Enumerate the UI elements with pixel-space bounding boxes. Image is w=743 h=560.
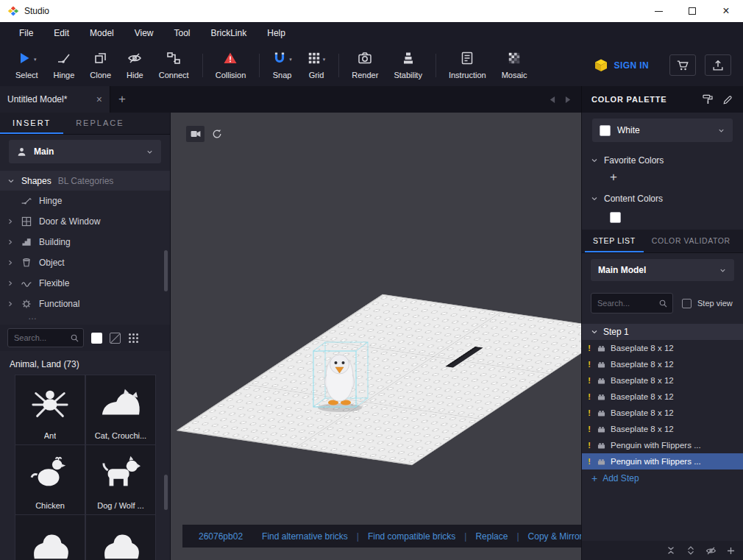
action-link-copy-mirror[interactable]: Copy & Mirror	[516, 531, 581, 542]
main-toolbar: ▾ Select ▾ Hinge ▾ Clone ▾ Hide ▾ Connec…	[0, 44, 743, 86]
right-tab-color-validator[interactable]: COLOR VALIDATOR	[644, 230, 739, 252]
part-item-chicken[interactable]: Chicken	[15, 444, 85, 515]
action-link-find-alternative-bricks[interactable]: Find alternative bricks	[262, 531, 348, 542]
parts-scrollbar[interactable]	[164, 475, 168, 510]
step-view-checkbox[interactable]	[682, 299, 692, 308]
viewport-3d[interactable]: 26076pb02 Find alternative bricks Find c…	[171, 113, 581, 560]
eyedropper-icon[interactable]	[722, 94, 733, 105]
camera-view-button[interactable]	[186, 126, 205, 142]
cart-icon	[676, 59, 689, 72]
step-item-baseplate-8-x-12[interactable]: ! Baseplate 8 x 12	[582, 421, 743, 437]
collapse-all-icon[interactable]	[666, 545, 676, 556]
category-row-functional[interactable]: Functional	[0, 294, 170, 314]
grid-icon	[307, 52, 321, 67]
eye-slash-icon[interactable]	[705, 545, 717, 556]
step-item-penguin-with-flippers[interactable]: ! Penguin with Flippers ...	[582, 437, 743, 453]
chevron-down-icon: ▾	[34, 57, 37, 63]
add-favorite-color-button[interactable]: +	[582, 170, 743, 186]
part-item-cat-crouchi[interactable]: Cat, Crouchi...	[85, 375, 156, 445]
menu-item-view[interactable]: View	[124, 22, 164, 44]
step-model-dropdown[interactable]: Main Model	[591, 259, 734, 281]
cart-button[interactable]	[669, 54, 696, 76]
selected-part-id[interactable]: 26076pb02	[199, 531, 243, 542]
step-item-baseplate-8-x-12[interactable]: ! Baseplate 8 x 12	[582, 340, 743, 356]
content-colors-section[interactable]: Content Colors	[582, 189, 743, 208]
tool-button-select[interactable]: ▾ Select	[9, 52, 45, 79]
tool-button-hinge[interactable]: ▾ Hinge	[47, 52, 82, 79]
menu-item-tool[interactable]: Tool	[164, 22, 201, 44]
tool-button-collision[interactable]: ▾ Collision	[209, 52, 253, 79]
right-tab-step-list[interactable]: STEP LIST	[585, 230, 644, 252]
favorite-colors-label: Favorite Colors	[604, 155, 664, 166]
step-item-baseplate-8-x-12[interactable]: ! Baseplate 8 x 12	[582, 356, 743, 372]
model-selector-dropdown[interactable]: Main	[9, 140, 161, 163]
tool-button-snap[interactable]: ▾ Snap	[266, 52, 299, 79]
menu-item-edit[interactable]: Edit	[43, 22, 79, 44]
maximize-button[interactable]	[675, 0, 709, 22]
tool-button-hide[interactable]: ▾ Hide	[120, 52, 150, 79]
history-forward-button[interactable]	[565, 96, 572, 104]
chevron-down-icon	[591, 157, 598, 164]
action-link-replace[interactable]: Replace	[464, 531, 508, 542]
warning-icon: !	[586, 392, 592, 401]
menu-item-help[interactable]: Help	[257, 22, 296, 44]
category-tab-shapes[interactable]: Shapes	[21, 176, 51, 186]
document-tab-untitled-model[interactable]: Untitled Model* ×	[0, 86, 110, 113]
new-tab-button[interactable]: +	[110, 87, 134, 112]
tool-button-render[interactable]: ▾ Render	[345, 52, 385, 79]
upload-button[interactable]	[705, 54, 731, 76]
category-row-building[interactable]: Building	[0, 232, 170, 252]
stability-icon	[401, 51, 416, 68]
baseplate-3d[interactable]	[177, 294, 581, 465]
tool-button-grid[interactable]: ▾ Grid	[301, 52, 333, 79]
tool-button-clone[interactable]: ▾ Clone	[83, 52, 118, 79]
sign-in-button[interactable]: SIGN IN	[594, 58, 649, 73]
action-link-find-compatible-bricks[interactable]: Find compatible bricks	[357, 531, 456, 542]
selected-penguin-model[interactable]	[309, 336, 377, 414]
category-tab-bl-categories[interactable]: BL Categories	[58, 176, 114, 186]
category-row-door-window[interactable]: Door & Window	[0, 211, 170, 232]
part-item[interactable]	[15, 514, 85, 560]
step-group-header[interactable]: Step 1	[582, 324, 743, 340]
grid-view-icon[interactable]	[128, 333, 139, 344]
content-color-white-swatch[interactable]	[610, 212, 621, 223]
tool-button-stability[interactable]: ▾ Stability	[387, 52, 429, 79]
hinge-category-icon	[21, 195, 33, 207]
minimize-button[interactable]	[641, 0, 675, 22]
part-item-ant[interactable]: Ant	[15, 375, 85, 445]
brick-icon	[597, 408, 606, 418]
mode-tab-replace[interactable]: REPLACE	[63, 113, 136, 134]
part-item[interactable]	[85, 514, 156, 560]
category-row-object[interactable]: Object	[0, 252, 170, 273]
mode-tab-insert[interactable]: INSERT	[0, 113, 63, 134]
color-filter-white-swatch[interactable]	[91, 333, 102, 344]
tool-button-connect[interactable]: ▾ Connect	[152, 52, 196, 79]
part-item-dog-wolf[interactable]: Dog / Wolf ...	[85, 444, 156, 515]
orbit-rotate-button[interactable]	[207, 126, 226, 142]
add-icon[interactable]	[726, 546, 736, 556]
hide-eye-icon	[127, 51, 142, 68]
tab-close-icon[interactable]: ×	[96, 93, 102, 105]
close-button[interactable]: ×	[709, 0, 743, 22]
step-item-penguin-with-flippers[interactable]: ! Penguin with Flippers ...	[582, 453, 743, 469]
category-scrollbar[interactable]	[164, 250, 168, 291]
step-item-baseplate-8-x-12[interactable]: ! Baseplate 8 x 12	[582, 372, 743, 389]
category-list-overflow: …	[0, 314, 170, 325]
chevron-right-icon	[7, 238, 15, 246]
add-step-button[interactable]: + Add Step	[582, 469, 743, 487]
no-color-filter-icon[interactable]	[110, 333, 121, 344]
category-row-hinge[interactable]: Hinge	[0, 191, 170, 211]
favorite-colors-section[interactable]: Favorite Colors	[582, 151, 743, 170]
tool-button-mosaic[interactable]: ▾ Mosaic	[495, 52, 534, 79]
step-item-baseplate-8-x-12[interactable]: ! Baseplate 8 x 12	[582, 405, 743, 421]
history-back-button[interactable]	[549, 96, 555, 104]
color-dropdown[interactable]: White	[592, 118, 733, 142]
menu-item-file[interactable]: File	[9, 22, 43, 44]
tool-button-instruction[interactable]: ▾ Instruction	[442, 52, 493, 79]
step-item-baseplate-8-x-12[interactable]: ! Baseplate 8 x 12	[582, 389, 743, 405]
menu-item-model[interactable]: Model	[79, 22, 124, 44]
menu-item-bricklink[interactable]: BrickLink	[201, 22, 257, 44]
paint-roller-icon[interactable]	[702, 93, 714, 105]
expand-all-icon[interactable]	[686, 545, 696, 556]
category-row-flexible[interactable]: Flexible	[0, 273, 170, 294]
